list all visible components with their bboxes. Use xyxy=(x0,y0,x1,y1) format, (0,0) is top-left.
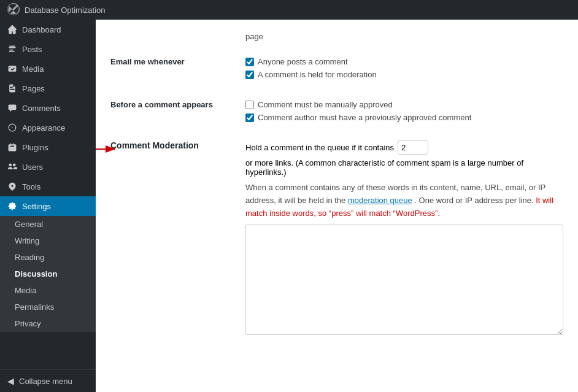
held-moderation-label: A comment is held for moderation xyxy=(258,70,377,79)
moderation-content: Hold a comment in the queue if it contai… xyxy=(245,140,563,337)
held-moderation-checkbox[interactable] xyxy=(245,71,254,79)
sidebar: Dashboard Posts Media Pages xyxy=(0,20,96,392)
comments-icon xyxy=(7,103,17,113)
sidebar-item-posts[interactable]: Posts xyxy=(0,39,96,59)
before-comment-label: Before a comment appears xyxy=(110,91,245,134)
anyone-posts-row: Anyone posts a comment xyxy=(245,57,563,66)
sidebar-label-plugins: Plugins xyxy=(22,143,48,152)
held-moderation-row: A comment is held for moderation xyxy=(245,70,563,79)
sidebar-label-settings: Settings xyxy=(22,202,51,211)
sidebar-label-users: Users xyxy=(22,163,43,172)
sidebar-item-pages[interactable]: Pages xyxy=(0,79,96,98)
submenu-item-reading[interactable]: Reading xyxy=(0,249,96,266)
queue-links-input[interactable] xyxy=(398,140,428,155)
prev-approved-label: Comment author must have a previously ap… xyxy=(258,113,471,122)
red-arrow-icon xyxy=(96,143,123,155)
sidebar-label-tools: Tools xyxy=(22,182,40,191)
email-whenever-options: Anyone posts a comment A comment is held… xyxy=(245,48,563,91)
discussion-form-table: Email me whenever Anyone posts a comment… xyxy=(110,48,563,134)
sidebar-label-dashboard: Dashboard xyxy=(22,25,61,34)
users-icon xyxy=(7,162,17,172)
sidebar-item-plugins[interactable]: Plugins xyxy=(0,137,96,157)
sidebar-item-users[interactable]: Users xyxy=(0,157,96,177)
manually-approved-row: Comment must be manually approved xyxy=(245,100,563,109)
sidebar-item-settings[interactable]: Settings xyxy=(0,196,96,216)
sidebar-item-appearance[interactable]: Appearance xyxy=(0,118,96,137)
sidebar-item-tools[interactable]: Tools xyxy=(0,177,96,196)
posts-icon xyxy=(7,44,17,54)
wp-logo-icon xyxy=(7,3,20,17)
submenu-item-general[interactable]: General xyxy=(0,216,96,233)
arrow-container xyxy=(96,143,123,155)
sidebar-label-comments: Comments xyxy=(22,104,61,113)
email-whenever-row: Email me whenever Anyone posts a comment… xyxy=(110,48,563,91)
collapse-menu-button[interactable]: ◀ Collapse menu xyxy=(0,369,96,392)
topbar-title: Database Optimization xyxy=(25,6,106,15)
manually-approved-checkbox[interactable] xyxy=(245,101,254,109)
queue-text-after: or more links. (A common characteristic … xyxy=(245,158,563,177)
submenu-item-privacy[interactable]: Privacy xyxy=(0,315,96,332)
before-comment-options: Comment must be manually approved Commen… xyxy=(245,91,563,134)
sidebar-item-comments[interactable]: Comments xyxy=(0,98,96,118)
sidebar-item-dashboard[interactable]: Dashboard xyxy=(0,20,96,39)
top-partial-text: page xyxy=(245,32,263,41)
manually-approved-label: Comment must be manually approved xyxy=(258,100,393,109)
moderation-desc-line2: . One word or IP address per line. xyxy=(414,196,533,205)
queue-row: Hold a comment in the queue if it contai… xyxy=(245,140,563,177)
submenu-item-media[interactable]: Media xyxy=(0,282,96,299)
collapse-icon: ◀ xyxy=(7,376,14,386)
moderation-textarea[interactable] xyxy=(245,225,563,335)
queue-text-before: Hold a comment in the queue if it contai… xyxy=(245,143,394,152)
sidebar-label-media: Media xyxy=(22,64,44,74)
moderation-queue-link[interactable]: moderation queue xyxy=(348,196,412,205)
submenu-item-permalinks[interactable]: Permalinks xyxy=(0,299,96,315)
top-bar: Database Optimization xyxy=(0,0,578,20)
main-content: page Email me whenever Anyone posts a co… xyxy=(96,20,578,392)
submenu-item-writing[interactable]: Writing xyxy=(0,233,96,249)
dashboard-icon xyxy=(7,25,17,34)
moderation-section-title: Comment Moderation xyxy=(110,140,245,150)
prev-approved-row: Comment author must have a previously ap… xyxy=(245,113,563,122)
email-whenever-label: Email me whenever xyxy=(110,48,245,91)
media-icon xyxy=(7,64,17,74)
content-inner: page Email me whenever Anyone posts a co… xyxy=(96,20,578,392)
anyone-posts-checkbox[interactable] xyxy=(245,58,254,66)
sidebar-label-posts: Posts xyxy=(22,45,42,54)
before-comment-row: Before a comment appears Comment must be… xyxy=(110,91,563,134)
sidebar-label-pages: Pages xyxy=(22,84,45,93)
sidebar-label-appearance: Appearance xyxy=(22,123,65,133)
submenu-item-discussion[interactable]: Discussion xyxy=(0,266,96,282)
sidebar-item-media[interactable]: Media xyxy=(0,59,96,79)
plugins-icon xyxy=(7,142,17,152)
appearance-icon xyxy=(7,123,17,133)
moderation-section: Comment Moderation Hold a comment in the… xyxy=(110,140,563,337)
settings-icon xyxy=(7,201,17,211)
anyone-posts-label: Anyone posts a comment xyxy=(258,57,348,66)
tools-icon xyxy=(7,182,17,191)
moderation-desc: When a comment contains any of these wor… xyxy=(245,182,563,220)
settings-submenu: General Writing Reading Discussion Media… xyxy=(0,216,96,332)
prev-approved-checkbox[interactable] xyxy=(245,113,254,122)
pages-icon xyxy=(7,83,17,93)
collapse-label: Collapse menu xyxy=(19,377,72,386)
